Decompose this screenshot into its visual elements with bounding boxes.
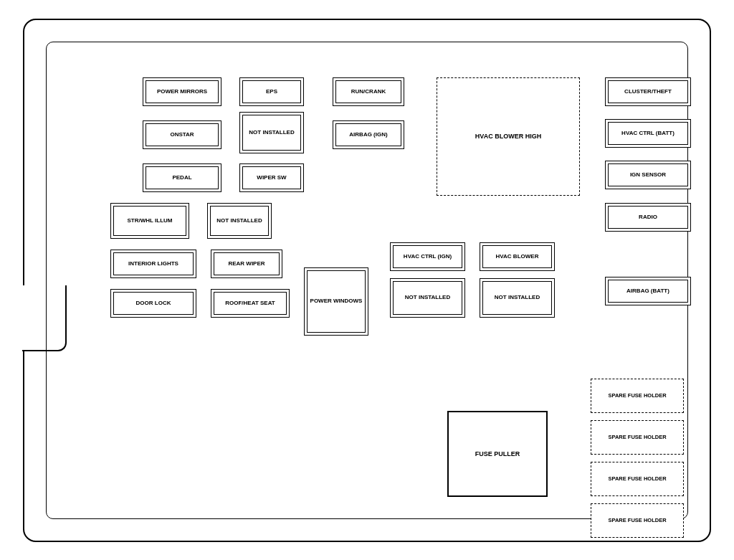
str-whl-illum-cell: STR/WHL ILLUM [110, 203, 189, 239]
cluster-theft-cell: CLUSTER/THEFT [605, 77, 691, 106]
pedal-cell: PEDAL [143, 163, 221, 192]
power-windows-cell: POWER WINDOWS [304, 267, 368, 336]
ign-sensor-cell: IGN SENSOR [605, 161, 691, 189]
eps-cell: EPS [239, 77, 304, 106]
spare-fuse-4-cell: SPARE FUSE HOLDER [591, 503, 684, 538]
radio-cell: RADIO [605, 203, 691, 232]
onstar-cell: ONSTAR [143, 120, 221, 149]
airbag-batt-cell: AIRBAG (BATT) [605, 277, 691, 305]
roof-heat-seat-cell: ROOF/HEAT SEAT [211, 289, 290, 318]
airbag-ign-cell: AIRBAG (IGN) [333, 120, 404, 149]
spare-fuse-1-cell: SPARE FUSE HOLDER [591, 379, 684, 413]
hvac-blower-cell: HVAC BLOWER [480, 242, 555, 271]
hvac-ctrl-batt-cell: HVAC CTRL (BATT) [605, 119, 691, 148]
not-installed-4-cell: NOT INSTALLED [480, 278, 555, 318]
wiper-sw-cell: WIPER SW [239, 163, 304, 192]
not-installed-2-cell: NOT INSTALLED [207, 203, 272, 239]
spare-fuse-2-cell: SPARE FUSE HOLDER [591, 420, 684, 455]
outer-container: POWER MIRRORS EPS RUN/CRANK HVAC BLOWER … [23, 19, 711, 542]
run-crank-cell: RUN/CRANK [333, 77, 404, 106]
fuse-puller-cell: FUSE PULLER [447, 411, 548, 497]
hvac-ctrl-ign-cell: HVAC CTRL (IGN) [390, 242, 465, 271]
not-installed-1-cell: NOT INSTALLED [239, 112, 304, 153]
power-mirrors-cell: POWER MIRRORS [143, 77, 221, 106]
spare-fuse-3-cell: SPARE FUSE HOLDER [591, 462, 684, 496]
rear-wiper-cell: REAR WIPER [211, 250, 282, 278]
door-lock-cell: DOOR LOCK [110, 289, 196, 318]
interior-lights-cell: INTERIOR LIGHTS [110, 250, 196, 278]
hvac-blower-high-cell: HVAC BLOWER HIGH [437, 77, 580, 196]
not-installed-3-cell: NOT INSTALLED [390, 278, 465, 318]
